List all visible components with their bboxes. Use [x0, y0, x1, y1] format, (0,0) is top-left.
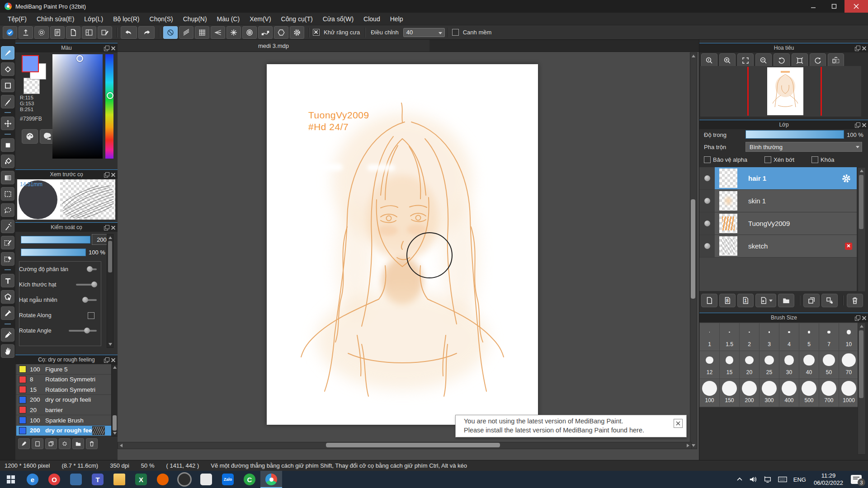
- curve-snap-button[interactable]: [258, 26, 273, 39]
- brush-list-item[interactable]: 100Sparkle Brush: [16, 415, 111, 426]
- saturation-value-picker[interactable]: [52, 54, 103, 159]
- menu-item[interactable]: Công cụ(T): [276, 13, 318, 25]
- brush-list-item[interactable]: 200dry or rough feeli: [16, 395, 111, 405]
- hue-marker[interactable]: [107, 92, 113, 99]
- popout-icon[interactable]: [855, 122, 860, 127]
- brush-size-option[interactable]: 300: [759, 379, 779, 407]
- brush-control-scrollbar[interactable]: [107, 234, 113, 348]
- brush-list-item[interactable]: 8Rotation Symmetri: [16, 375, 111, 385]
- cloud-sync-button[interactable]: [34, 26, 49, 39]
- scroll-up-arrow[interactable]: [860, 169, 863, 172]
- menu-item[interactable]: Cửa sổ(W): [318, 13, 359, 25]
- network-display-icon[interactable]: [760, 471, 775, 488]
- action-center-button[interactable]: 3: [848, 471, 868, 488]
- add-layer-menu-button[interactable]: [755, 294, 776, 307]
- layer-row[interactable]: hair 1: [699, 167, 857, 190]
- clipping-checkbox[interactable]: [764, 156, 771, 163]
- scroll-down-arrow[interactable]: [108, 343, 112, 346]
- taskbar-notes-app[interactable]: [195, 471, 217, 488]
- brush-size-option[interactable]: 150: [719, 379, 740, 407]
- slider-knob[interactable]: [87, 266, 93, 272]
- language-indicator[interactable]: ENG: [790, 471, 809, 488]
- canvas-horizontal-scrollbar[interactable]: [118, 442, 692, 449]
- brush-list-item[interactable]: 200dry or rough fee: [16, 426, 111, 436]
- tool-gradient[interactable]: [1, 171, 14, 184]
- taskbar-opera-browser[interactable]: O: [43, 471, 65, 488]
- tool-brush[interactable]: [1, 46, 14, 60]
- slider-knob[interactable]: [84, 328, 90, 333]
- minimize-button[interactable]: [803, 0, 824, 13]
- new-layer-button[interactable]: [701, 294, 717, 307]
- duplicate-brush-button[interactable]: [45, 438, 57, 449]
- brush-size-option[interactable]: 1.5: [719, 323, 740, 351]
- blend-mode-dropdown[interactable]: Bình thường: [745, 142, 862, 152]
- layer-row[interactable]: sketch✕: [699, 235, 857, 258]
- layer-row[interactable]: TuongVy2009: [699, 212, 857, 235]
- brush-option-slider[interactable]: [88, 268, 97, 270]
- tool-select-eraser[interactable]: [1, 252, 14, 266]
- scroll-thumb[interactable]: [113, 415, 117, 431]
- menu-item[interactable]: Bộ lọc(R): [108, 13, 144, 25]
- tool-operation[interactable]: [1, 290, 14, 304]
- delete-layer-button[interactable]: [847, 294, 863, 307]
- popout-icon[interactable]: [104, 172, 109, 177]
- taskbar-mail-app[interactable]: [65, 471, 87, 488]
- export-button[interactable]: [19, 26, 33, 39]
- brush-size-option[interactable]: 2: [739, 323, 760, 351]
- scroll-thumb[interactable]: [859, 175, 863, 229]
- alpha-protect-checkbox[interactable]: [704, 156, 711, 163]
- snap-settings-button[interactable]: [290, 26, 304, 39]
- scroll-down-arrow[interactable]: [692, 444, 695, 447]
- tool-hand[interactable]: [1, 344, 14, 358]
- merge-layer-button[interactable]: [821, 294, 838, 307]
- brush-settings-button[interactable]: [59, 438, 71, 449]
- adjust-dropdown[interactable]: 40: [403, 28, 445, 37]
- tool-bucket[interactable]: [1, 155, 14, 168]
- scroll-up-arrow[interactable]: [692, 55, 695, 57]
- brush-size-option[interactable]: 10: [839, 323, 859, 351]
- foreground-color-swatch[interactable]: [22, 55, 39, 72]
- grid-snap-button[interactable]: [195, 26, 209, 39]
- brush-option-slider[interactable]: [76, 284, 97, 286]
- document-button[interactable]: [66, 26, 80, 39]
- scroll-up-arrow[interactable]: [113, 366, 117, 369]
- menu-item[interactable]: Help: [385, 13, 408, 25]
- menu-item[interactable]: Màu (C): [212, 13, 245, 25]
- taskbar-teams-app[interactable]: T: [87, 471, 108, 488]
- brush-size-option[interactable]: 30: [779, 351, 799, 379]
- popout-icon[interactable]: [855, 315, 860, 320]
- brush-size-option[interactable]: 5: [799, 323, 819, 351]
- palette-button[interactable]: [22, 129, 38, 144]
- brush-option-slider[interactable]: [69, 330, 97, 332]
- layer-visibility-toggle[interactable]: [699, 235, 715, 257]
- tool-text[interactable]: [1, 274, 14, 287]
- undo-button[interactable]: [121, 26, 137, 39]
- brush-size-option[interactable]: 15: [719, 351, 740, 379]
- document-tab[interactable]: medi 3.mdp: [118, 40, 429, 52]
- taskbar-camera-app[interactable]: [174, 471, 195, 488]
- brush-size-option[interactable]: 7: [819, 323, 839, 351]
- parallel-snap-button[interactable]: [179, 26, 193, 39]
- scroll-up-arrow[interactable]: [860, 325, 863, 328]
- edit-layout-button[interactable]: [98, 26, 112, 39]
- delete-brush-button[interactable]: [86, 438, 98, 449]
- layer-visibility-toggle[interactable]: [699, 212, 715, 235]
- tool-eraser[interactable]: [1, 62, 14, 76]
- scroll-right-arrow[interactable]: [687, 444, 689, 447]
- menu-item[interactable]: Chọn(S): [145, 13, 178, 25]
- new-1bit-layer-button[interactable]: 1: [737, 294, 754, 307]
- add-brush-button[interactable]: [18, 438, 30, 449]
- brush-size-slider[interactable]: [21, 236, 90, 244]
- taskbar-file-explorer[interactable]: [108, 471, 130, 488]
- workspace-layout-button[interactable]: [82, 26, 96, 39]
- new-folder-button[interactable]: [778, 294, 794, 307]
- brush-size-option[interactable]: 4: [779, 323, 799, 351]
- navigator-view[interactable]: [700, 66, 861, 117]
- close-button[interactable]: [844, 0, 868, 13]
- close-icon[interactable]: [111, 46, 116, 51]
- notification-close-button[interactable]: [674, 419, 683, 428]
- tool-select-rect[interactable]: [1, 187, 14, 201]
- brush-size-option[interactable]: 200: [739, 379, 760, 407]
- brush-size-option[interactable]: 40: [799, 351, 819, 379]
- brush-size-option[interactable]: 1: [699, 323, 720, 351]
